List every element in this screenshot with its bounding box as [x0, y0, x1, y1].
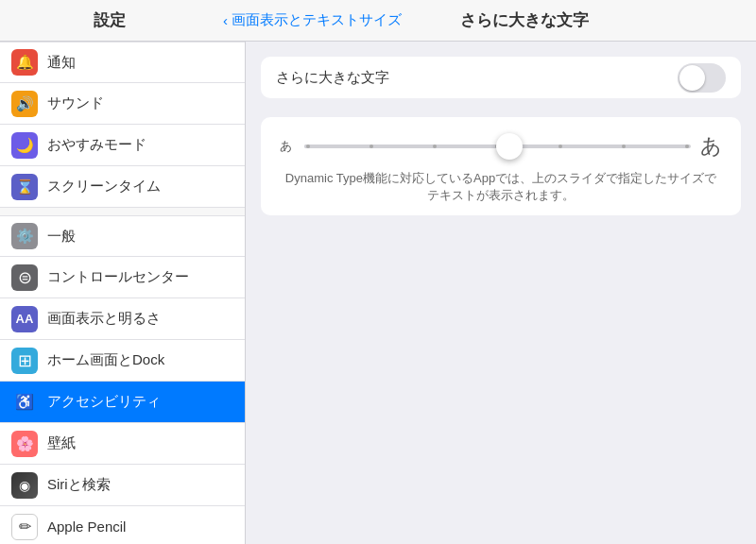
- sidebar: 🔔 通知 🔊 サウンド 🌙 おやすみモード ⌛ スクリーンタイム ⚙️ 一般: [0, 42, 246, 544]
- slider-row: あ あ: [280, 132, 722, 161]
- content-area: さらに大きな文字 あ: [246, 42, 756, 544]
- slider-dot: [369, 144, 373, 148]
- sidebar-item-label: 通知: [47, 54, 76, 72]
- sounds-icon: 🔊: [11, 91, 38, 117]
- main-layout: 🔔 通知 🔊 サウンド 🌙 おやすみモード ⌛ スクリーンタイム ⚙️ 一般: [0, 42, 756, 544]
- sidebar-item-label: サウンド: [47, 94, 104, 112]
- sidebar-item-sounds[interactable]: 🔊 サウンド: [0, 83, 245, 125]
- breadcrumb: ‹ 画面表示とテキストサイズ さらに大きな文字: [204, 9, 741, 31]
- slider-dot: [558, 144, 562, 148]
- sidebar-item-label: おやすみモード: [47, 136, 146, 154]
- font-size-slider-track: [304, 144, 691, 148]
- sidebar-item-pencil[interactable]: ✏ Apple Pencil: [0, 506, 245, 544]
- slider-dot: [433, 144, 437, 148]
- sidebar-item-controlcenter[interactable]: ⊜ コントロールセンター: [0, 257, 245, 298]
- sidebar-item-siri[interactable]: ◉ Siriと検索: [0, 465, 245, 506]
- back-label: 画面表示とテキストサイズ: [232, 11, 402, 29]
- siri-icon: ◉: [11, 472, 38, 499]
- accessibility-icon: ♿: [11, 389, 38, 416]
- pencil-icon: ✏: [11, 514, 38, 540]
- homescreen-icon: ⊞: [11, 348, 38, 374]
- slider-description: Dynamic Type機能に対応しているAppでは、上のスライダで指定したサイ…: [280, 170, 722, 204]
- donotdisturb-icon: 🌙: [11, 132, 38, 159]
- sidebar-item-donotdisturb[interactable]: 🌙 おやすみモード: [0, 125, 245, 166]
- toggle-row: さらに大きな文字: [261, 57, 741, 98]
- sidebar-section-2: ⚙️ 一般 ⊜ コントロールセンター AA 画面表示と明るさ ⊞ ホーム画面とD…: [0, 215, 245, 544]
- sidebar-item-label: 壁紙: [47, 434, 76, 452]
- sidebar-item-label: ホーム画面とDock: [47, 351, 164, 369]
- sidebar-item-accessibility[interactable]: ♿ アクセシビリティ: [0, 382, 245, 423]
- notifications-icon: 🔔: [11, 49, 38, 76]
- slider-card: あ あ: [261, 117, 741, 215]
- sidebar-item-homescreen[interactable]: ⊞ ホーム画面とDock: [0, 340, 245, 382]
- sidebar-item-label: 一般: [47, 228, 76, 246]
- chevron-left-icon: ‹: [223, 12, 228, 28]
- sidebar-item-label: アクセシビリティ: [47, 393, 161, 411]
- sidebar-item-label: コントロールセンター: [47, 268, 189, 286]
- sidebar-item-label: Siriと検索: [47, 476, 111, 494]
- slider-min-label: あ: [280, 138, 295, 155]
- general-icon: ⚙️: [11, 223, 38, 249]
- slider-dot: [306, 144, 310, 148]
- wallpaper-icon: 🌸: [11, 431, 38, 457]
- back-button[interactable]: ‹ 画面表示とテキストサイズ: [223, 11, 402, 29]
- display-icon: AA: [11, 306, 38, 332]
- sidebar-item-label: Apple Pencil: [47, 518, 126, 535]
- screentime-icon: ⌛: [11, 174, 38, 200]
- slider-dot: [622, 144, 626, 148]
- sidebar-item-screentime[interactable]: ⌛ スクリーンタイム: [0, 166, 245, 208]
- controlcenter-icon: ⊜: [11, 264, 38, 291]
- slider-dot: [685, 144, 689, 148]
- sidebar-item-display[interactable]: AA 画面表示と明るさ: [0, 298, 245, 340]
- sidebar-item-general[interactable]: ⚙️ 一般: [0, 215, 245, 257]
- larger-text-toggle[interactable]: [678, 63, 726, 93]
- sidebar-header-title: 設定: [15, 9, 204, 31]
- sidebar-item-label: 画面表示と明るさ: [47, 310, 161, 328]
- slider-max-label: あ: [700, 132, 722, 161]
- sidebar-item-label: スクリーンタイム: [47, 178, 161, 196]
- toggle-label: さらに大きな文字: [276, 69, 389, 87]
- slider-thumb-wrapper: [496, 133, 523, 160]
- toggle-knob: [679, 65, 705, 91]
- sidebar-section-1: 🔔 通知 🔊 サウンド 🌙 おやすみモード ⌛ スクリーンタイム: [0, 42, 245, 208]
- sidebar-item-wallpaper[interactable]: 🌸 壁紙: [0, 423, 245, 465]
- toggle-card: さらに大きな文字: [261, 57, 741, 98]
- sidebar-item-notifications[interactable]: 🔔 通知: [0, 42, 245, 83]
- font-size-slider-thumb[interactable]: [496, 133, 523, 160]
- page-title: さらに大きな文字: [460, 9, 589, 31]
- top-bar: 設定 ‹ 画面表示とテキストサイズ さらに大きな文字: [0, 0, 756, 42]
